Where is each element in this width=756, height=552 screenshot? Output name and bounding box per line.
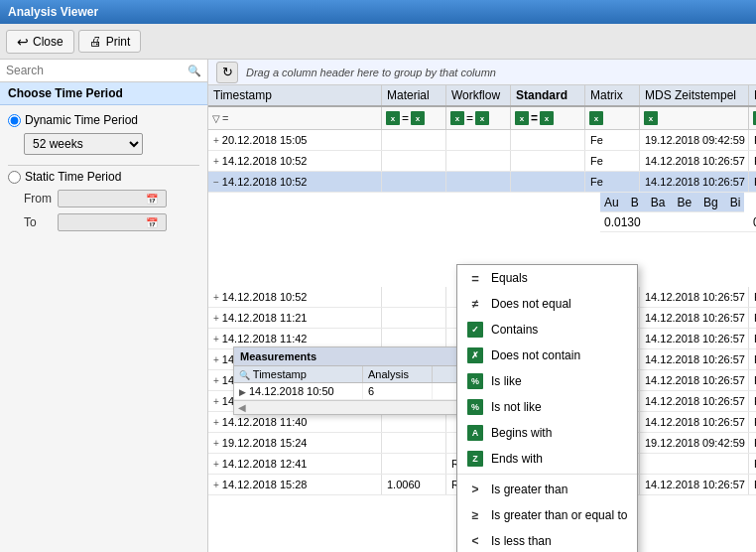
filter-greater-than[interactable]: > Is greater than (457, 477, 637, 502)
left-panel: 🔍 Choose Time Period Dynamic Time Period… (0, 60, 208, 552)
filter-contains[interactable]: ✓ Contains (457, 317, 637, 343)
filter-mds[interactable]: x (640, 107, 749, 129)
sub-cell-ts: ▶14.12.2018 10:50 (234, 383, 363, 399)
search-icon-sub: 🔍 (239, 370, 250, 380)
notcontain-icon: ✗ (467, 347, 483, 363)
filter-timestamp[interactable]: ▽ = (208, 107, 382, 129)
filter-me[interactable]: x (749, 107, 756, 129)
filter-not-contain[interactable]: ✗ Does not contain (457, 343, 637, 368)
table-row[interactable]: +20.12.2018 15:05 Fe 19.12.2018 09:42:59… (208, 130, 756, 151)
table-row[interactable]: +14.12.2018 10:52 Fe 14.12.2018 10:26:57… (208, 151, 756, 172)
filter-notequals-label: Does not equal (491, 297, 571, 311)
sub-header-analysis: Analysis (363, 366, 433, 382)
cell-standard (511, 151, 585, 171)
search-icon: 🔍 (188, 65, 201, 77)
filter-not-equals[interactable]: ≠ Does not equal (457, 291, 637, 317)
cell-mds: 14.12.2018 10:26:57 (640, 329, 749, 348)
cell-material (382, 130, 446, 150)
cell-mds: 19.12.2018 09:42:59 (640, 433, 749, 453)
cell-me: Fe (749, 454, 756, 474)
cell-timestamp: +14.12.2018 11:21 (208, 308, 382, 328)
filter-notlike-label: Is not like (491, 400, 542, 414)
filter-less-than[interactable]: < Is less than (457, 528, 637, 552)
contains-icon: ✓ (467, 322, 483, 338)
cell-mds: 14.12.2018 10:26:57 (640, 370, 749, 390)
cell-me: Fe (749, 433, 756, 453)
cell-mds: 14.12.2018 10:26:57 (640, 349, 749, 369)
filter-notcontain-label: Does not contain (491, 348, 580, 362)
to-row: To 13.12.2018 📅 (24, 213, 199, 231)
filter-greater-equal[interactable]: ≥ Is greater than or equal to (457, 502, 637, 528)
cell-material (382, 308, 446, 328)
cell-timestamp: +14.12.2018 10:52 (208, 151, 382, 171)
cell-me: Fe (749, 349, 756, 369)
right-content: ↻ Drag a column header here to group by … (208, 60, 756, 552)
filter-workflow[interactable]: x = x (446, 107, 511, 129)
cell-workflow (446, 172, 511, 192)
cell-mds: 14.12.2018 10:26:57 (640, 172, 749, 192)
cell-me: Fe (749, 151, 756, 171)
calendar-icon: 📅 (146, 194, 158, 205)
dynamic-radio[interactable] (8, 114, 21, 127)
table-row-expanded[interactable]: −14.12.2018 10:52 Fe 14.12.2018 10:26:57… (208, 172, 756, 193)
refresh-button[interactable]: ↻ (216, 62, 238, 83)
cell-material (382, 412, 446, 432)
weeks-select[interactable]: 52 weeks 4 weeks 12 weeks 26 weeks (24, 133, 143, 155)
filter-standard[interactable]: x = x (511, 107, 585, 129)
filter-material[interactable]: x = x (382, 107, 446, 129)
excel-filter-icon-workflow: x (450, 111, 464, 125)
cell-timestamp: +14.12.2018 12:41 (208, 454, 382, 474)
filter-matrix[interactable]: x (585, 107, 640, 129)
print-button[interactable]: 🖨 Print (78, 30, 142, 53)
filter-equals-label: Equals (491, 271, 528, 285)
filter-row: ▽ = x = x x = x x = x (208, 107, 756, 130)
filter-islike-label: Is like (491, 374, 522, 388)
calendar-icon-2: 📅 (146, 217, 158, 228)
static-radio[interactable] (8, 171, 21, 184)
filter-is-like[interactable]: % Is like (457, 368, 637, 394)
from-date-field[interactable]: 06.12.2018 (63, 193, 142, 205)
cell-timestamp: −14.12.2018 10:52 (208, 172, 382, 192)
filter-not-like[interactable]: % Is not like (457, 394, 637, 420)
funnel-icon: ▽ (212, 113, 220, 124)
dynamic-radio-row: Dynamic Time Period (8, 113, 199, 127)
from-row: From 06.12.2018 📅 (24, 190, 199, 207)
weeks-dropdown-row: 52 weeks 4 weeks 12 weeks 26 weeks (24, 133, 199, 155)
filter-beginswith-label: Begins with (491, 426, 552, 440)
excel-filter-icon-mds: x (644, 111, 658, 125)
from-date-input[interactable]: 06.12.2018 📅 (58, 190, 167, 207)
cell-material: 1.0060 (382, 475, 446, 494)
header-me: Me (749, 85, 756, 105)
cell-workflow (446, 151, 511, 171)
filter-contains-label: Contains (491, 323, 538, 337)
cell-timestamp: +14.12.2018 10:52 (208, 287, 382, 307)
cell-me: Fe (749, 130, 756, 150)
header-matrix: Matrix (585, 85, 640, 105)
close-button[interactable]: ↩ Close (6, 30, 74, 54)
sub-cell-analysis: 6 (363, 383, 433, 399)
cell-timestamp: +20.12.2018 15:05 (208, 130, 382, 150)
search-bar: 🔍 (0, 60, 207, 82)
cell-me: Fe (749, 308, 756, 328)
filter-greaterthan-label: Is greater than (491, 483, 567, 496)
to-date-field[interactable]: 13.12.2018 (63, 216, 142, 228)
filter-equals[interactable]: = Equals (457, 265, 637, 291)
to-date-input[interactable]: 13.12.2018 📅 (58, 213, 167, 231)
greater-equal-icon: ≥ (467, 507, 483, 523)
cell-mds: 14.12.2018 10:26:57 (640, 412, 749, 432)
beginswith-icon: A (467, 425, 483, 441)
cell-matrix: Fe (585, 151, 640, 171)
filter-ends-with[interactable]: Z Ends with (457, 446, 637, 472)
search-input[interactable] (6, 64, 184, 77)
cell-matrix: Fe (585, 130, 640, 150)
main-layout: 🔍 Choose Time Period Dynamic Time Period… (0, 60, 756, 552)
header-workflow: Workflow (446, 85, 511, 105)
not-equals-icon: ≠ (467, 296, 483, 312)
divider (8, 165, 199, 166)
filter-begins-with[interactable]: A Begins with (457, 420, 637, 446)
cell-material (382, 287, 446, 307)
date-range-section: From 06.12.2018 📅 To 13.12.2018 📅 (24, 190, 199, 231)
cell-mds: 14.12.2018 10:26:57 (640, 475, 749, 494)
excel-filter-icon-std: x (515, 111, 529, 125)
less-than-icon: < (467, 533, 483, 549)
